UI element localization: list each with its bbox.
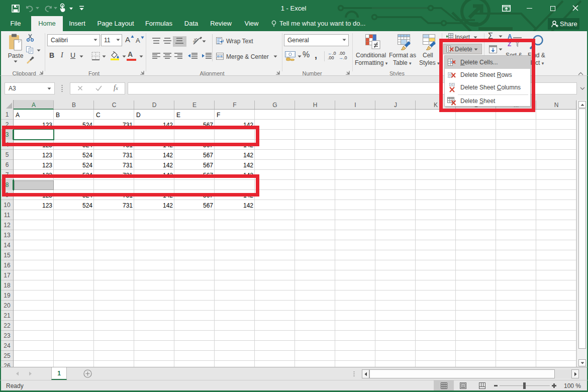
svg-text:ab: ab <box>192 36 199 44</box>
